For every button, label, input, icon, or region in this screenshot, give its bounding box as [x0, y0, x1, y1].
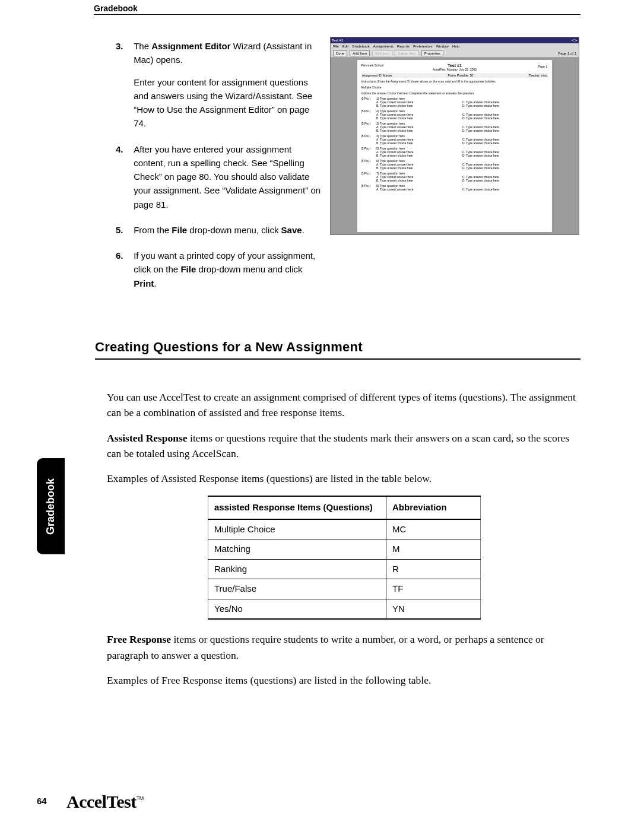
- cell: True/False: [208, 579, 386, 599]
- doc-opt-b: B. Type answer choice here: [376, 104, 462, 107]
- menu-edit: Edit: [342, 45, 348, 48]
- free-paragraph: Free Response items or questions require…: [107, 631, 582, 663]
- assisted-response-table: assisted Response Items (Questions) Abbr…: [208, 496, 481, 620]
- text: drop-down menu and click: [196, 264, 302, 274]
- doc-title: Test #1: [361, 64, 548, 68]
- doc-pts: (5 Pts.): [361, 147, 376, 157]
- screenshot-body: Page 1 Parkmark School Test #1 AccelTest…: [331, 58, 579, 234]
- doc-opt-b: B. Type answer choice here: [376, 179, 462, 182]
- footer-logo: AccelTestTM: [66, 792, 144, 812]
- doc-opt-b: B. Type answer choice here: [376, 129, 462, 132]
- text-bold: File: [180, 264, 196, 274]
- doc-qcol: 8) Type question hereA. Type correct ans…: [376, 184, 548, 191]
- doc-points: Points Possible: 50: [448, 74, 474, 77]
- step-body: If you want a printed copy of your assig…: [134, 249, 323, 290]
- step-4: 4. After you have entered your assignmen…: [116, 142, 326, 211]
- header-rule: [94, 14, 580, 15]
- free-label: Free Response: [107, 633, 171, 645]
- text-bold: Save: [281, 225, 302, 235]
- table-row: RankingR: [208, 559, 481, 579]
- doc-qcol: 4) Type question hereA. Type correct ans…: [376, 134, 548, 145]
- table-row: Multiple ChoiceMC: [208, 519, 481, 539]
- step-number: 4.: [116, 142, 131, 156]
- doc-opt-a: A. Type correct answer here: [376, 188, 462, 191]
- step-body: From the File drop-down menu, click Save…: [134, 223, 323, 237]
- doc-pts: (5 Pts.): [361, 172, 376, 182]
- doc-qcol: 7) Type question hereA. Type correct ans…: [376, 172, 548, 182]
- cell: TF: [386, 579, 481, 599]
- cell: M: [386, 539, 481, 560]
- cell: YN: [386, 599, 481, 619]
- table-header-row: assisted Response Items (Questions) Abbr…: [208, 496, 481, 519]
- menu-assignments: Assignments: [373, 45, 394, 48]
- text: .: [154, 278, 156, 288]
- doc-opts: B. Type answer choice hereD. Type answer…: [376, 154, 548, 157]
- step-subpara: Enter your content for assignment questi…: [134, 75, 323, 131]
- cell: Multiple Choice: [208, 519, 386, 539]
- text-bold: Print: [134, 278, 154, 288]
- doc-qcol: 1) Type question hereA. Type correct ans…: [376, 97, 548, 107]
- doc-opt-c: C. Type answer choice here: [462, 188, 548, 191]
- window-controls-icon: –□×: [572, 39, 578, 42]
- side-tab-label: Gradebook: [45, 478, 57, 534]
- side-tab: Gradebook: [37, 458, 65, 554]
- doc-pts: (5 Pts.): [361, 109, 376, 120]
- page-number: 64: [37, 796, 47, 806]
- doc-question: (5 Pts.)4) Type question hereA. Type cor…: [361, 134, 548, 145]
- menu-bar: File Edit Gradebook Assignments Reports …: [331, 43, 579, 49]
- doc-question: (5 Pts.)8) Type question hereA. Type cor…: [361, 184, 548, 191]
- delete-item-button: Delete Item: [395, 50, 419, 56]
- assisted-paragraph: Assisted Response items or questions req…: [107, 430, 582, 462]
- step-body: After you have entered your assignment c…: [134, 142, 323, 211]
- text: The: [134, 41, 151, 51]
- text-bold: File: [172, 225, 187, 235]
- step-number: 5.: [116, 223, 131, 237]
- menu-window: Window: [436, 45, 448, 48]
- doc-opt-b: B. Type answer choice here: [376, 154, 462, 157]
- doc-subtitle: AccelTest: Monday, July 22, 2002: [361, 68, 548, 71]
- toolbar: Done Add Item Edit Item Delete Item Prop…: [331, 49, 579, 58]
- doc-page: Page 1: [538, 65, 547, 68]
- section-body: You can use AccelTest to create an assig…: [107, 389, 582, 697]
- intro-paragraph: You can use AccelTest to create an assig…: [107, 389, 582, 421]
- cell: Ranking: [208, 559, 386, 579]
- doc-question: (5 Pts.)6) Type question hereA. Type cor…: [361, 159, 548, 170]
- doc-question: (5 Pts.)5) Type question hereA. Type cor…: [361, 147, 548, 157]
- menu-file: File: [333, 45, 339, 48]
- step-body: The Assignment Editor Wizard (Assistant …: [134, 39, 323, 131]
- add-item-button: Add Item: [350, 50, 370, 56]
- doc-opt-d: D. Type answer choice here: [462, 179, 548, 182]
- step-3: 3. The Assignment Editor Wizard (Assista…: [116, 39, 326, 131]
- menu-preferences: Preferences: [413, 45, 432, 48]
- step-6: 6. If you want a printed copy of your as…: [116, 249, 326, 290]
- doc-opts: A. Type correct answer hereC. Type answe…: [376, 188, 548, 191]
- window-titlebar: Test #1 –□×: [331, 37, 579, 43]
- menu-reports: Reports: [397, 45, 410, 48]
- menu-help: Help: [452, 45, 459, 48]
- cell: R: [386, 559, 481, 579]
- steps-list: 3. The Assignment Editor Wizard (Assista…: [116, 39, 326, 302]
- doc-opt-d: D. Type answer choice here: [462, 116, 548, 120]
- edit-item-button: Edit Item: [372, 50, 392, 56]
- table-row: True/FalseTF: [208, 579, 481, 599]
- doc-assignment-id: Assignment ID: Master: [362, 74, 392, 77]
- free-text: items or questions require students to w…: [107, 633, 544, 661]
- done-button: Done: [333, 50, 347, 56]
- doc-qcol: 5) Type question hereA. Type correct ans…: [376, 147, 548, 157]
- properties-button: Properties: [421, 50, 443, 56]
- assignment-editor-screenshot: Test #1 –□× File Edit Gradebook Assignme…: [330, 37, 579, 235]
- examples-assisted: Examples of Assisted Response items (que…: [107, 471, 582, 486]
- doc-instructions: Instructions: Enter the Assignment ID sh…: [361, 80, 548, 83]
- doc-pts: (5 Pts.): [361, 159, 376, 170]
- doc-opt-b: B. Type answer choice here: [376, 166, 462, 170]
- doc-question: (5 Pts.)3) Type question hereA. Type cor…: [361, 122, 548, 132]
- table-header-items: assisted Response Items (Questions): [208, 496, 386, 519]
- doc-opt-d: D. Type answer choice here: [462, 129, 548, 132]
- cell: Matching: [208, 539, 386, 560]
- doc-section-label: Multiple Choice: [361, 85, 548, 89]
- doc-opts: B. Type answer choice hereD. Type answer…: [376, 129, 548, 132]
- doc-pts: (5 Pts.): [361, 122, 376, 132]
- step-5: 5. From the File drop-down menu, click S…: [116, 223, 326, 237]
- doc-opts: B. Type answer choice hereD. Type answer…: [376, 116, 548, 120]
- text: .: [302, 225, 304, 235]
